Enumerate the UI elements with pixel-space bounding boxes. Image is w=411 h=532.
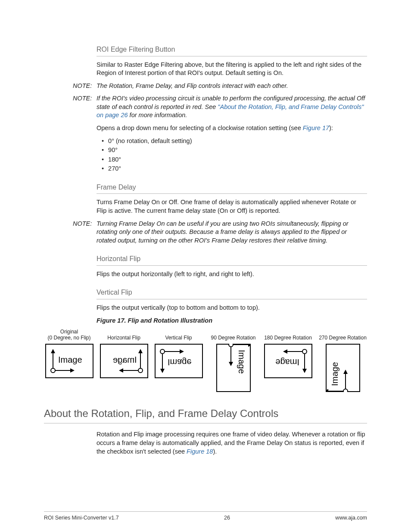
diagram-vflip-icon: Image bbox=[155, 344, 203, 378]
svg-marker-30 bbox=[302, 369, 307, 373]
note-body: The Rotation, Frame Delay, and Flip cont… bbox=[97, 82, 367, 90]
para-vflip: Flips the output vertically (top to bott… bbox=[97, 304, 367, 312]
note-3: NOTE: Turning Frame Delay On can be usef… bbox=[73, 220, 367, 245]
illus-label: 90 Degree Rotation bbox=[211, 328, 255, 341]
svg-marker-9 bbox=[138, 349, 143, 353]
illus-label: 270 Degree Rotation bbox=[319, 328, 367, 341]
heading-hflip: Horizontal Flip bbox=[97, 254, 367, 266]
svg-marker-39 bbox=[343, 370, 348, 374]
svg-text:Image: Image bbox=[113, 355, 137, 364]
text: for more information. bbox=[128, 112, 187, 118]
illus-label: Horizontal Flip bbox=[107, 328, 140, 341]
text: ): bbox=[329, 124, 333, 131]
svg-point-19 bbox=[160, 349, 165, 354]
note-1: NOTE: The Rotation, Frame Delay, and Fli… bbox=[73, 82, 367, 90]
footer-right: www.aja.com bbox=[335, 514, 367, 522]
page-footer: ROI Series Mini-Converter v1.7 26 www.aj… bbox=[44, 511, 367, 522]
heading-frame-delay: Frame Delay bbox=[97, 183, 367, 194]
svg-marker-11 bbox=[119, 368, 123, 373]
heading-roi-edge: ROI Edge Filtering Button bbox=[97, 45, 367, 56]
rotation-options-list: 0° (no rotation, default setting) 90° 18… bbox=[102, 137, 367, 173]
footer-left: ROI Series Mini-Converter v1.7 bbox=[44, 514, 119, 522]
svg-text:Image: Image bbox=[330, 362, 339, 386]
svg-point-5 bbox=[51, 368, 55, 373]
list-item: 270° bbox=[102, 165, 367, 173]
illus-label: 180 Degree Rotation bbox=[264, 328, 312, 341]
svg-text:Image: Image bbox=[237, 350, 246, 374]
svg-marker-4 bbox=[70, 368, 75, 373]
diagram-rot180-icon: Image bbox=[264, 344, 312, 378]
svg-marker-32 bbox=[283, 349, 287, 354]
diagram-original-icon: Image bbox=[45, 344, 93, 378]
illus-original: Original (0 Degree, no Flip) Image bbox=[44, 328, 94, 392]
illus-hflip: Horizontal Flip Image bbox=[99, 328, 149, 392]
text: Rotation and Flip image processing requi… bbox=[97, 431, 365, 454]
illustration-row: Original (0 Degree, no Flip) Image Horiz… bbox=[44, 328, 368, 392]
illus-label: Original (0 Degree, no Flip) bbox=[47, 328, 90, 341]
illus-rot90: 90 Degree Rotation Image bbox=[208, 328, 258, 392]
svg-point-33 bbox=[302, 349, 307, 354]
para-roi-edge: Similar to Raster Edge Filtering above, … bbox=[97, 61, 367, 78]
note-label: NOTE: bbox=[73, 82, 90, 90]
diagram-rot270-icon: Image bbox=[326, 344, 360, 392]
svg-marker-2 bbox=[51, 349, 55, 353]
note-label: NOTE: bbox=[73, 220, 90, 245]
svg-point-40 bbox=[343, 389, 348, 392]
svg-text:Image: Image bbox=[168, 358, 192, 367]
para-frame-delay: Turns Frame Delay On or Off. One frame o… bbox=[97, 198, 367, 215]
footer-page-number: 26 bbox=[224, 514, 230, 522]
list-item: 0° (no rotation, default setting) bbox=[102, 137, 367, 146]
para-hflip: Flips the output horizontally (left to r… bbox=[97, 270, 367, 279]
svg-marker-18 bbox=[180, 349, 184, 354]
svg-text:Image: Image bbox=[58, 355, 82, 364]
illus-vflip: Vertical Flip Image bbox=[153, 328, 204, 392]
text: ). bbox=[213, 448, 217, 455]
svg-marker-25 bbox=[229, 362, 233, 366]
text: Opens a drop down menu for selecting of … bbox=[97, 124, 303, 131]
heading-about: About the Rotation, Flip, and Frame Dela… bbox=[44, 407, 367, 423]
svg-marker-16 bbox=[160, 369, 165, 373]
svg-text:Image: Image bbox=[275, 358, 299, 367]
note-body: Turning Frame Delay On can be useful if … bbox=[97, 220, 367, 245]
list-item: 180° bbox=[102, 156, 367, 164]
diagram-rot90-icon: Image bbox=[216, 344, 251, 392]
illus-label: Vertical Flip bbox=[165, 328, 192, 341]
link-figure-17[interactable]: Figure 17 bbox=[303, 124, 329, 131]
para-rotation-intro: Opens a drop down menu for selecting of … bbox=[97, 124, 367, 133]
svg-point-12 bbox=[138, 368, 143, 373]
illus-rot270: 270 Degree Rotation Image bbox=[318, 328, 368, 392]
note-body: If the ROI's video processing circuit is… bbox=[97, 94, 367, 120]
illus-rot180: 180 Degree Rotation Image bbox=[263, 328, 313, 392]
svg-point-26 bbox=[229, 344, 233, 347]
heading-vflip: Vertical Flip bbox=[97, 288, 367, 299]
note-2: NOTE: If the ROI's video processing circ… bbox=[73, 94, 367, 120]
link-figure-18[interactable]: Figure 18 bbox=[187, 448, 213, 455]
figure-caption: Figure 17. Flip and Rotation Illustratio… bbox=[97, 317, 367, 325]
para-about: Rotation and Flip image processing requi… bbox=[97, 430, 367, 456]
note-label: NOTE: bbox=[73, 94, 90, 120]
diagram-hflip-icon: Image bbox=[100, 344, 148, 378]
list-item: 90° bbox=[102, 146, 367, 155]
